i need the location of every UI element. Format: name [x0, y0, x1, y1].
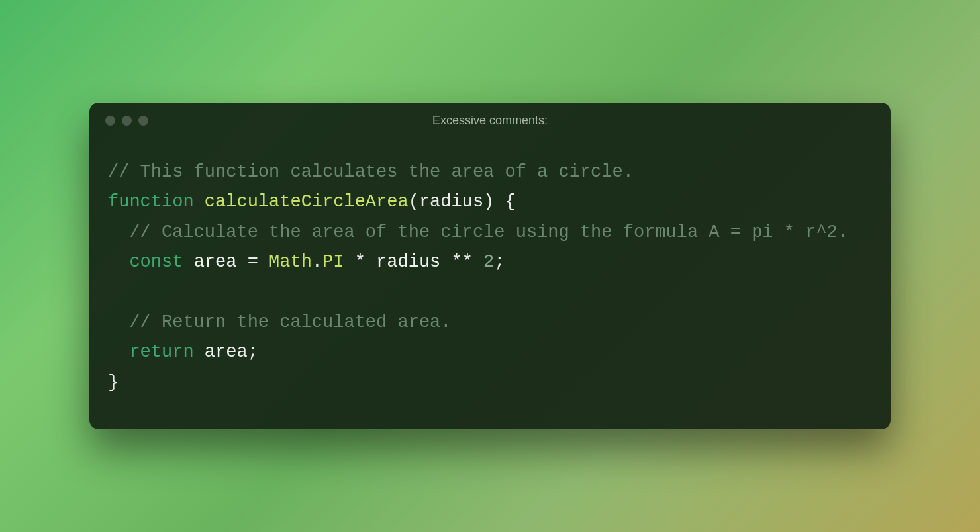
traffic-lights: [105, 116, 148, 126]
code-comment: // Calculate the area of the circle usin…: [108, 222, 848, 242]
code-keyword: function: [108, 192, 194, 212]
code-keyword: const: [129, 252, 183, 272]
code-identifier: area: [194, 252, 237, 272]
code-window: Excessive comments: // This function cal…: [89, 103, 891, 429]
code-space: [183, 252, 193, 272]
code-space: [194, 192, 205, 212]
code-identifier: area: [205, 342, 248, 362]
code-body: // This function calculates the area of …: [89, 131, 891, 429]
code-indent: [108, 252, 129, 272]
code-number: 2: [483, 252, 494, 272]
close-icon[interactable]: [105, 116, 115, 126]
code-semicolon: ;: [248, 342, 258, 362]
code-operator: =: [236, 252, 269, 272]
code-comment: // Return the calculated area.: [108, 312, 452, 332]
code-builtin: Math: [269, 252, 312, 272]
titlebar: Excessive comments:: [89, 103, 891, 131]
code-operator: *: [344, 252, 376, 272]
code-identifier: radius: [376, 252, 440, 272]
code-function-name: calculateCircleArea: [205, 192, 409, 212]
code-brace: {: [494, 192, 515, 212]
code-indent: [108, 342, 129, 362]
code-comment: // This function calculates the area of …: [108, 162, 634, 182]
code-keyword: return: [129, 342, 193, 362]
code-paren: (: [409, 192, 419, 212]
code-semicolon: ;: [494, 252, 505, 272]
code-dot: .: [312, 252, 322, 272]
minimize-icon[interactable]: [122, 116, 132, 126]
code-paren: ): [483, 192, 494, 212]
maximize-icon[interactable]: [138, 116, 148, 126]
code-operator: **: [440, 252, 483, 272]
window-title: Excessive comments:: [89, 114, 891, 128]
code-space: [194, 342, 205, 362]
code-brace: }: [108, 373, 119, 392]
code-property: PI: [322, 252, 344, 272]
code-param: radius: [419, 192, 483, 212]
